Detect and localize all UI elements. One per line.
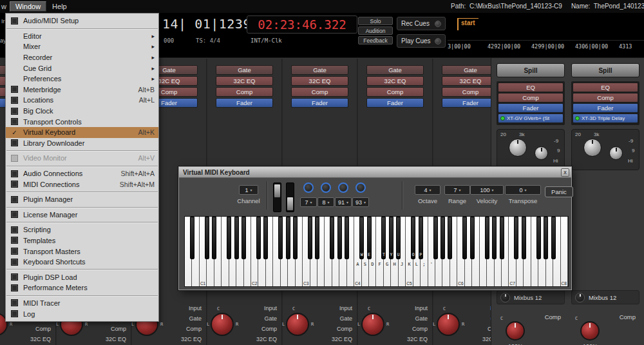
piano-key-ds2[interactable] [263, 217, 268, 259]
range-select[interactable]: 7▾ [444, 185, 470, 195]
piano-key-fs3[interactable] [330, 217, 334, 259]
strip-row-gate[interactable]: Gate [490, 315, 491, 322]
menu-item-templates[interactable]: Templates [6, 235, 158, 246]
processor-fader[interactable]: Fader [366, 98, 424, 108]
eq-knob[interactable] [509, 139, 527, 157]
strip-row-input[interactable]: Input [490, 305, 491, 311]
processor-comp[interactable]: Comp [573, 93, 638, 103]
strip-row-comp[interactable]: Comp [111, 326, 126, 332]
strip-row-32c-eq[interactable]: 32C EQ [407, 336, 428, 342]
piano-key-gs7[interactable] [544, 217, 548, 259]
strip-row-comp[interactable]: Comp [488, 326, 491, 332]
eq-knob[interactable] [609, 146, 623, 160]
menu-item-mixer[interactable]: Mixer▸ [6, 41, 158, 52]
trim-knob[interactable] [437, 313, 460, 336]
eq-knob[interactable] [535, 146, 548, 160]
feedback-button[interactable]: Feedback [358, 36, 393, 44]
solo-button[interactable]: Solo [358, 17, 393, 25]
piano-key-gs6[interactable] [492, 217, 497, 259]
processor-fader[interactable]: Fader [291, 98, 348, 108]
menu-item-performance-meters[interactable]: Performance Meters [6, 282, 158, 293]
bus-assign-row[interactable]: Mixbus 12 [497, 290, 565, 304]
piano-key-c8[interactable]: C8 [561, 217, 568, 286]
menu-item-preferences[interactable]: Preferences▸ [6, 74, 158, 84]
menu-item-keyboard-shortcuts[interactable]: Keyboard Shortcuts [6, 257, 158, 268]
processor-32c-eq[interactable]: 32C EQ [442, 76, 491, 86]
cc-select[interactable]: 91▾ [335, 197, 352, 207]
piano-key-cs3[interactable] [308, 217, 312, 259]
processor-gate[interactable]: Gate [216, 65, 273, 75]
processor-fader[interactable]: Fader [216, 98, 273, 108]
piano-key-fs4[interactable]: T [381, 217, 386, 259]
wheel-handle[interactable] [274, 184, 280, 197]
menu-item-cue-grid[interactable]: Cue Grid▸ [6, 63, 158, 74]
menu-item-scripting[interactable]: Scripting [6, 224, 158, 235]
strip-row-comp[interactable]: Comp [35, 326, 51, 332]
comp-knob[interactable] [506, 321, 525, 340]
audition-button[interactable]: Audition [358, 26, 393, 35]
time-signature[interactable]: TS: 4/4 [196, 37, 220, 44]
menu-item-plugin-manager[interactable]: Plugin Manager [6, 194, 158, 205]
strip-row-input[interactable]: Input [264, 305, 277, 311]
piano-key-gs4[interactable]: Y [389, 217, 393, 259]
processor-gate[interactable]: Gate [366, 65, 424, 75]
channel-select[interactable]: 1 ▾ [239, 185, 258, 195]
piano-key-ds5[interactable]: P [419, 217, 423, 259]
processor-comp[interactable]: Comp [216, 87, 273, 97]
eq-knob[interactable] [583, 139, 601, 157]
processor-plugin[interactable]: XT-GV GVerb+ (St [498, 113, 564, 123]
piano-key-cs6[interactable] [462, 217, 467, 259]
spill-button[interactable]: Spill [497, 63, 565, 77]
bus-assign-row[interactable]: Mixbus 12 [571, 290, 639, 304]
strip-row-32c-eq[interactable]: 32C EQ [482, 336, 491, 342]
processor-comp[interactable]: Comp [291, 87, 348, 97]
piano-key-fs2[interactable] [278, 217, 283, 259]
processor-fader[interactable]: Fader [442, 98, 491, 108]
transpose-select[interactable]: 0▾ [505, 185, 541, 195]
trim-knob[interactable] [286, 313, 309, 336]
piano-key-cs2[interactable] [256, 217, 261, 259]
bus-send-knob[interactable] [575, 293, 585, 302]
velocity-select[interactable]: 100▾ [470, 185, 504, 195]
piano-key-fs6[interactable] [485, 217, 489, 259]
strip-row-32c-eq[interactable]: 32C EQ [256, 336, 277, 342]
processor-comp[interactable]: Comp [366, 87, 424, 97]
timeline-ruler[interactable]: 3|00|004292|00|004299|00|004306|00|00431… [448, 40, 644, 57]
strip-row-gate[interactable]: Gate [339, 315, 352, 322]
wheel-handle[interactable] [287, 197, 293, 210]
piano-key-fs1[interactable] [227, 217, 231, 259]
piano-key-ds3[interactable] [315, 217, 319, 259]
trim-knob[interactable] [211, 313, 234, 336]
octave-select[interactable]: 4▾ [415, 185, 440, 195]
menu-item-recorder[interactable]: Recorder▸ [6, 52, 158, 63]
processor-plugin[interactable]: XT-3D Triple Delay [573, 113, 638, 123]
processor-gate[interactable]: Gate [442, 65, 491, 75]
piano-key-gs1[interactable] [234, 217, 239, 259]
bus-send-knob[interactable] [500, 293, 510, 302]
menu-item-midi-tracer[interactable]: MIDI Tracer [6, 298, 158, 309]
menu-item-big-clock[interactable]: Big Clock [6, 106, 158, 117]
processor-eq[interactable]: EQ [498, 83, 564, 92]
processor-32c-eq[interactable]: 32C EQ [366, 76, 424, 86]
start-marker[interactable]: start [457, 18, 478, 30]
cc-select[interactable]: 8▾ [317, 197, 334, 207]
menu-item-log[interactable]: Log [6, 308, 158, 319]
rec-cues-button[interactable]: Rec Cues [397, 17, 446, 30]
piano-key-as3[interactable] [345, 217, 349, 259]
processor-eq[interactable]: EQ [573, 83, 638, 92]
cc-knob[interactable] [338, 182, 348, 193]
piano-key-as0[interactable] [190, 217, 194, 259]
strip-row-32c-eq[interactable]: 32C EQ [332, 336, 352, 342]
piano-key-ds4[interactable]: E [367, 217, 372, 259]
piano-key-cs7[interactable] [514, 217, 518, 259]
piano-key-cs1[interactable] [205, 217, 209, 259]
cc-knob[interactable] [321, 182, 331, 193]
menu-item-audio-midi-setup[interactable]: Audio/MIDI Setup [6, 15, 158, 26]
processor-fader[interactable]: Fader [498, 103, 564, 113]
menu-item-video-monitor[interactable]: Video MonitorAlt+V [6, 153, 158, 164]
piano-key-ds6[interactable] [470, 217, 475, 259]
processor-32c-eq[interactable]: 32C EQ [291, 76, 348, 86]
menu-item-plugin-dsp-load[interactable]: Plugin DSP Load [6, 271, 158, 282]
menu-item-meterbridge[interactable]: MeterbridgeAlt+B [6, 84, 158, 95]
strip-row-comp[interactable]: Comp [412, 326, 428, 332]
